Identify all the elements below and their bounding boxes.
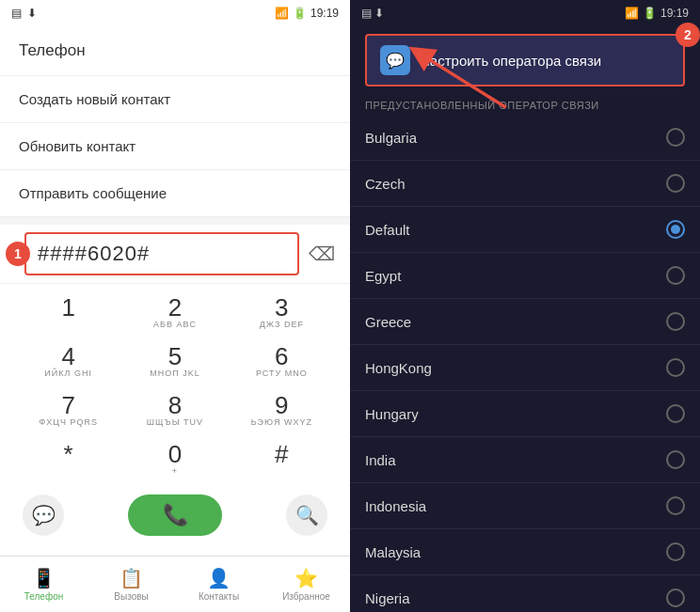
- menu-item-update[interactable]: Обновить контакт: [0, 123, 350, 170]
- phone-nav-icon: 📱: [32, 567, 56, 589]
- nav-contacts-label: Контакты: [199, 591, 239, 602]
- operator-name-greece: Greece: [365, 314, 411, 330]
- operator-item-egypt[interactable]: Egypt: [350, 253, 700, 299]
- nav-calls[interactable]: 📋 Вызовы: [88, 567, 175, 602]
- nav-calls-label: Вызовы: [114, 591, 148, 602]
- menu-area: Телефон Создать новый контакт Обновить к…: [0, 26, 350, 217]
- radio-greece[interactable]: [666, 312, 685, 331]
- wifi-icon: 📶: [275, 7, 289, 20]
- radio-egypt[interactable]: [666, 266, 685, 285]
- key-hash[interactable]: #: [229, 434, 335, 483]
- radio-india[interactable]: [666, 450, 685, 469]
- operator-item-indonesia[interactable]: Indonesia: [350, 483, 700, 529]
- key-6[interactable]: 6 РСТУ MNO: [229, 337, 335, 385]
- dialer-bottom: 💬 📞 🔍: [0, 487, 350, 545]
- badge-1: 1: [6, 242, 30, 266]
- menu-item-create[interactable]: Создать новый контакт: [0, 76, 350, 123]
- battery-icon: 🔋: [293, 7, 307, 20]
- operator-item-hongkong[interactable]: HongKong: [350, 345, 700, 391]
- key-2[interactable]: 2 АБВ ABC: [121, 288, 228, 337]
- status-icons-right: 📶 🔋 19:19: [275, 7, 339, 20]
- calls-nav-icon: 📋: [119, 567, 143, 589]
- radio-nigeria[interactable]: [666, 588, 685, 607]
- radio-czech[interactable]: [666, 174, 685, 193]
- message-button[interactable]: 💬: [23, 494, 64, 536]
- key-5[interactable]: 5 МНОП JKL: [121, 337, 228, 385]
- operator-item-nigeria[interactable]: Nigeria: [350, 575, 700, 612]
- operator-header-wrapper: 💬 Настроить оператора связи 2: [358, 30, 692, 90]
- nav-favorites-label: Избранное: [282, 591, 330, 602]
- operator-item-india[interactable]: India: [350, 437, 700, 483]
- operator-item-greece[interactable]: Greece: [350, 299, 700, 345]
- key-4[interactable]: 4 ИЙКЛ GHI: [15, 337, 121, 385]
- operator-app-icon: 💬: [380, 45, 410, 75]
- operator-header[interactable]: 💬 Настроить оператора связи: [365, 34, 685, 86]
- sim-icon: ▤: [11, 7, 22, 20]
- call-button[interactable]: 📞: [128, 494, 222, 536]
- operator-name-bulgaria: Bulgaria: [365, 130, 417, 146]
- key-3[interactable]: 3 ДЖЗ DEF: [229, 288, 335, 337]
- radio-bulgaria[interactable]: [666, 128, 685, 147]
- nav-phone[interactable]: 📱 Телефон: [0, 567, 88, 602]
- contacts-nav-icon: 👤: [207, 567, 231, 589]
- key-8[interactable]: 8 ШЩЪЫ TUV: [121, 385, 228, 434]
- radio-malaysia[interactable]: [666, 542, 685, 561]
- dialer: 1 ####6020# ⌫ 1 2 АБВ ABC 3 ДЖЗ DEF 4 ИЙ…: [0, 225, 350, 556]
- download-icon: ⬇: [27, 7, 37, 20]
- operator-title: Настроить оператора связи: [420, 53, 601, 69]
- right-status-bar: ▤ ⬇ 📶 🔋 19:19: [350, 0, 700, 26]
- radio-hungary[interactable]: [666, 404, 685, 423]
- nav-favorites[interactable]: ⭐ Избранное: [262, 567, 350, 602]
- right-wifi-icon: 📶: [625, 7, 639, 20]
- menu-title: Телефон: [0, 26, 350, 76]
- nav-phone-label: Телефон: [24, 591, 63, 602]
- dial-input-row: 1 ####6020# ⌫: [0, 225, 350, 284]
- search-button[interactable]: 🔍: [286, 494, 327, 536]
- status-icons-left: ▤ ⬇: [11, 7, 37, 20]
- menu-item-send[interactable]: Отправить сообщение: [0, 170, 350, 217]
- operator-name-indonesia: Indonesia: [365, 498, 426, 514]
- left-status-bar: ▤ ⬇ 📶 🔋 19:19: [0, 0, 350, 26]
- time-label: 19:19: [310, 7, 339, 20]
- right-battery-icon: 🔋: [643, 7, 657, 20]
- operator-item-hungary[interactable]: Hungary: [350, 391, 700, 437]
- operator-name-czech: Czech: [365, 176, 406, 192]
- key-0[interactable]: 0 +: [121, 434, 228, 483]
- key-7[interactable]: 7 ФХЦЧ PQRS: [15, 385, 121, 434]
- operator-item-default[interactable]: Default: [350, 207, 700, 253]
- key-9[interactable]: 9 ЬЭЮЯ WXYZ: [229, 385, 335, 434]
- dial-input[interactable]: ####6020#: [24, 232, 299, 275]
- operator-item-bulgaria[interactable]: Bulgaria: [350, 115, 700, 161]
- backspace-button[interactable]: ⌫: [309, 243, 335, 265]
- right-panel: ▤ ⬇ 📶 🔋 19:19 💬 Настроить оператора связ…: [350, 0, 700, 612]
- operator-name-nigeria: Nigeria: [365, 590, 410, 606]
- keypad: 1 2 АБВ ABC 3 ДЖЗ DEF 4 ИЙКЛ GHI 5 МНОП …: [0, 284, 350, 487]
- radio-indonesia[interactable]: [666, 496, 685, 515]
- badge-2: 2: [676, 23, 700, 47]
- operator-name-india: India: [365, 452, 396, 468]
- bottom-nav: 📱 Телефон 📋 Вызовы 👤 Контакты ⭐ Избранно…: [0, 556, 350, 612]
- radio-default[interactable]: [666, 220, 685, 239]
- left-panel: ▤ ⬇ 📶 🔋 19:19 Телефон Создать новый конт…: [0, 0, 350, 612]
- operator-item-czech[interactable]: Czech: [350, 161, 700, 207]
- right-time-label: 19:19: [660, 7, 689, 20]
- nav-contacts[interactable]: 👤 Контакты: [175, 567, 262, 602]
- operator-name-malaysia: Malaysia: [365, 544, 421, 560]
- key-1[interactable]: 1: [15, 288, 121, 337]
- operator-list: Bulgaria Czech Default Egypt Greece Hong…: [350, 115, 700, 612]
- operator-name-default: Default: [365, 222, 410, 238]
- key-star[interactable]: *: [15, 434, 121, 483]
- favorites-nav-icon: ⭐: [294, 567, 318, 589]
- radio-hongkong[interactable]: [666, 358, 685, 377]
- operator-item-malaysia[interactable]: Malaysia: [350, 529, 700, 575]
- app-icon-symbol: 💬: [386, 52, 405, 70]
- section-label: ПРЕДУСТАНОВЛЕННЫЙ ОПЕРАТОР СВЯЗИ: [350, 94, 700, 115]
- operator-name-egypt: Egypt: [365, 268, 401, 284]
- operator-name-hongkong: HongKong: [365, 360, 432, 376]
- operator-name-hungary: Hungary: [365, 406, 419, 422]
- right-status-right: 📶 🔋 19:19: [625, 7, 689, 20]
- right-sim-icon: ▤: [361, 7, 372, 20]
- right-down-icon: ⬇: [374, 7, 384, 20]
- right-status-left: ▤ ⬇: [361, 7, 384, 20]
